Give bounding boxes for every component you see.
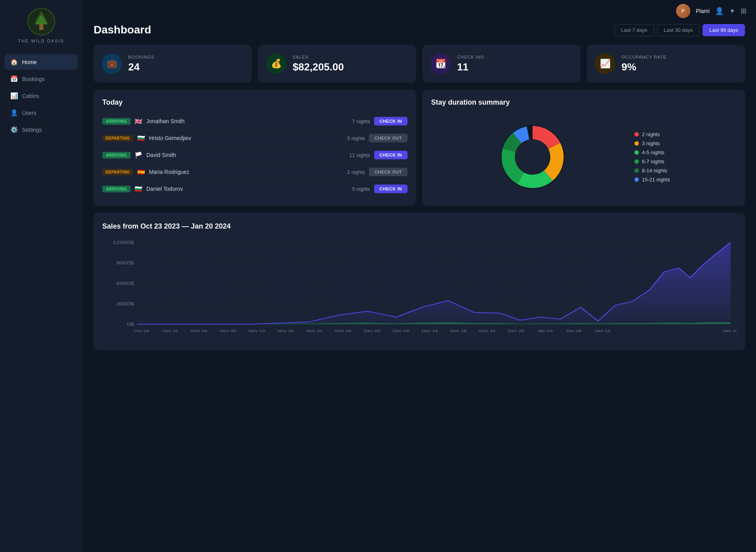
add-icon[interactable]: ⊞: [741, 7, 747, 15]
stat-card-occupancy: 📈 OCCUPANCY RATE 9%: [587, 45, 745, 83]
status-badge: ARRIVING: [102, 118, 131, 125]
stat-card-checkins: 📆 CHECK INS 11: [422, 45, 581, 83]
legend-label: 4-5 nights: [642, 150, 664, 155]
svg-text:Nov 18: Nov 18: [277, 329, 294, 333]
checkin-button[interactable]: CHECK IN: [374, 185, 408, 193]
sidebar-label-bookings: Bookings: [22, 76, 45, 82]
svg-text:Nov 28: Nov 28: [335, 329, 352, 333]
svg-rect-3: [39, 24, 43, 30]
donut-legend: 2 nights 3 nights 4-5 nights 6-7 nights: [634, 131, 670, 183]
sun-icon[interactable]: ✦: [729, 7, 735, 15]
status-badge: DEPARTING: [102, 135, 133, 142]
cabins-icon: 📊: [10, 92, 18, 100]
svg-text:0$: 0$: [127, 322, 134, 327]
stay-duration-title: Stay duration summary: [431, 98, 736, 107]
sidebar-item-bookings[interactable]: 📅 Bookings: [5, 71, 77, 87]
sidebar-item-cabins[interactable]: 📊 Cabins: [5, 88, 77, 103]
page-title: Dashboard: [94, 24, 151, 36]
svg-text:Nov 23: Nov 23: [306, 329, 323, 333]
sidebar-item-home[interactable]: 🏠 Home: [5, 54, 77, 70]
home-icon: 🏠: [10, 58, 18, 66]
sidebar: THE WILD OASIS 🏠 Home 📅 Bookings 📊 Cabin…: [0, 0, 83, 552]
legend-item-4-5nights: 4-5 nights: [634, 150, 670, 155]
main-content: P Plami 👤 ✦ ⊞ Dashboard Last 7 days Last…: [83, 0, 756, 552]
svg-text:Jan 20: Jan 20: [723, 329, 736, 333]
bookings-icon: 📅: [10, 75, 18, 83]
checkin-button[interactable]: CHECK IN: [374, 117, 408, 126]
flag-icon: 🇬🇧: [135, 118, 142, 125]
status-badge: ARRIVING: [102, 152, 131, 159]
checkins-label: CHECK INS: [457, 55, 484, 59]
sidebar-label-home: Home: [22, 59, 37, 65]
legend-dot: [634, 177, 639, 182]
svg-text:9000$: 9000$: [116, 260, 134, 265]
svg-text:Jan 08: Jan 08: [566, 329, 582, 333]
checkout-button[interactable]: CHECK OUT: [369, 168, 408, 176]
legend-dot: [634, 159, 639, 164]
filter-buttons: Last 7 days Last 30 days Last 90 days: [614, 24, 745, 36]
legend-item-6-7nights: 6-7 nights: [634, 159, 670, 164]
checkin-button[interactable]: CHECK IN: [374, 151, 408, 159]
sales-stat-icon: 💰: [266, 54, 286, 74]
nights: 11 nights: [343, 152, 370, 158]
sidebar-item-settings[interactable]: ⚙️ Settings: [5, 122, 77, 137]
avatar[interactable]: P: [676, 4, 690, 18]
stat-card-sales: 💰 SALES $82,205.00: [258, 45, 416, 83]
table-row: ARRIVING 🇬🇧 Jonathan Smith 7 nights CHEC…: [102, 113, 408, 130]
svg-text:Dec 19: Dec 19: [450, 329, 467, 333]
user-icon[interactable]: 👤: [715, 7, 724, 15]
flag-icon: 🏳️: [135, 151, 142, 159]
svg-text:Nov 08: Nov 08: [220, 329, 236, 333]
sidebar-item-users[interactable]: 👤 Users: [5, 105, 77, 120]
legend-item-3nights: 3 nights: [634, 140, 670, 146]
svg-text:Nov 13: Nov 13: [249, 329, 265, 333]
guest-name: Jonathan Smith: [146, 118, 339, 124]
occupancy-stat-icon: 📈: [595, 54, 615, 74]
svg-text:Dec 09: Dec 09: [393, 329, 409, 333]
checkins-value: 11: [457, 61, 484, 73]
sales-chart-svg: 12000$ 9000$ 6000$ 3000$ 0$: [102, 238, 736, 341]
svg-text:Oct 24: Oct 24: [134, 329, 149, 333]
checkins-stat-icon: 📆: [430, 54, 451, 74]
filter-7days[interactable]: Last 7 days: [614, 24, 654, 36]
sidebar-label-users: Users: [22, 110, 37, 116]
legend-dot: [634, 132, 639, 137]
stay-body: 2 nights 3 nights 4-5 nights 6-7 nights: [431, 117, 736, 197]
sidebar-label-settings: Settings: [22, 127, 42, 133]
lower-row: Today ARRIVING 🇬🇧 Jonathan Smith 7 night…: [94, 90, 745, 206]
bookings-label: BOOKINGS: [128, 55, 155, 59]
legend-dot: [634, 168, 639, 173]
guest-name: David Smith: [146, 152, 339, 158]
nav: 🏠 Home 📅 Bookings 📊 Cabins 👤 Users ⚙️ Se…: [0, 54, 82, 137]
table-row: ARRIVING 🇧🇬 Daniel Todorov 5 nights CHEC…: [102, 181, 408, 197]
legend-label: 2 nights: [642, 131, 660, 137]
legend-dot: [634, 141, 639, 146]
donut-chart: [497, 122, 568, 192]
sales-label: SALES: [293, 55, 344, 59]
guest-name: Daniel Todorov: [146, 186, 339, 192]
checkout-button[interactable]: CHECK OUT: [369, 134, 408, 142]
status-badge: ARRIVING: [102, 186, 131, 192]
guest-name: Maria Rodriguez: [149, 169, 334, 175]
sales-chart-title: Sales from Oct 23 2023 — Jan 20 2024: [102, 222, 736, 231]
topbar: P Plami 👤 ✦ ⊞: [165, 0, 756, 22]
occupancy-value: 9%: [621, 61, 667, 73]
stay-duration-card: Stay duration summary: [422, 90, 745, 206]
table-row: DEPARTING 🇧🇬 Hristo Gemedjiev 5 nights C…: [102, 130, 408, 147]
svg-text:Jan 03: Jan 03: [537, 329, 553, 333]
legend-item-2nights: 2 nights: [634, 131, 670, 137]
status-badge: DEPARTING: [102, 169, 133, 175]
filter-30days[interactable]: Last 30 days: [657, 24, 700, 36]
legend-dot: [634, 150, 639, 155]
dashboard-header: Dashboard Last 7 days Last 30 days Last …: [94, 24, 745, 36]
sales-chart-card: Sales from Oct 23 2023 — Jan 20 2024 120…: [94, 213, 745, 350]
brand-name: THE WILD OASIS: [18, 39, 64, 43]
filter-90days[interactable]: Last 90 days: [703, 24, 745, 36]
today-card: Today ARRIVING 🇬🇧 Jonathan Smith 7 night…: [94, 90, 416, 206]
flag-icon: 🇧🇬: [135, 185, 142, 193]
nights: 2 nights: [337, 169, 365, 175]
svg-text:6000$: 6000$: [116, 281, 134, 286]
svg-text:Jan 13: Jan 13: [595, 329, 610, 333]
stat-card-bookings: 💼 BOOKINGS 24: [94, 45, 252, 83]
flag-icon: 🇧🇬: [137, 135, 145, 142]
